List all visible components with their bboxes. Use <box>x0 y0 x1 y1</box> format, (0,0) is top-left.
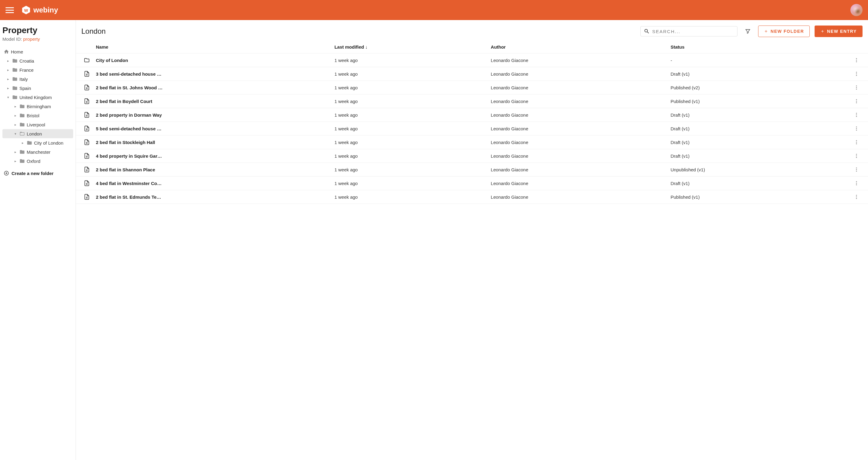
tree-item-france[interactable]: ▸France <box>2 65 73 75</box>
main: London NEW FOLDER NEW ENTRY Name Last mo <box>76 20 868 460</box>
row-modified: 1 week ago <box>335 181 487 186</box>
row-actions-button[interactable] <box>850 112 863 118</box>
row-author: Leonardo Giacone <box>491 112 667 118</box>
tree-item-manchester[interactable]: ▸Manchester <box>2 147 73 156</box>
svg-text:w: w <box>24 8 28 13</box>
new-folder-button[interactable]: NEW FOLDER <box>758 26 810 37</box>
create-folder-label: Create a new folder <box>11 171 54 176</box>
table-row[interactable]: 2 bed flat in Stockleigh Hall1 week agoL… <box>76 136 868 149</box>
tree-home-label: Home <box>11 49 72 54</box>
svg-point-17 <box>856 116 857 117</box>
folder-icon <box>12 58 18 63</box>
row-actions-button[interactable] <box>850 194 863 200</box>
tree-item-croatia[interactable]: ▸Croatia <box>2 56 73 65</box>
table-row[interactable]: 2 bed flat in St. Johns Wood …1 week ago… <box>76 81 868 94</box>
row-modified: 1 week ago <box>335 71 487 77</box>
topbar-left: w webiny <box>5 5 58 15</box>
table-row[interactable]: 4 bed property in Squire Gar…1 week agoL… <box>76 149 868 163</box>
tree-item-city-of-london[interactable]: ▸City of London <box>2 138 73 147</box>
tree-item-label: Liverpool <box>27 122 72 127</box>
table-row[interactable]: 2 bed flat in Boydell Court1 week agoLeo… <box>76 94 868 108</box>
tree-home[interactable]: Home <box>2 47 73 56</box>
table-row[interactable]: 2 bed flat in St. Edmunds Te…1 week agoL… <box>76 190 868 204</box>
table-row[interactable]: City of London1 week agoLeonardo Giacone… <box>76 54 868 67</box>
tree-item-birmingham[interactable]: ▸Birmingham <box>2 102 73 111</box>
row-status: Unpublished (v1) <box>671 167 847 172</box>
model-id-link[interactable]: property <box>23 36 40 41</box>
folder-icon <box>20 131 25 137</box>
table-row[interactable]: 3 bed semi-detached house …1 week agoLeo… <box>76 67 868 81</box>
row-modified: 1 week ago <box>335 126 487 131</box>
model-id-label: Model ID: <box>2 36 23 41</box>
brand-logo[interactable]: w webiny <box>21 5 58 15</box>
col-name[interactable]: Name <box>96 45 331 50</box>
row-actions-button[interactable] <box>850 140 863 145</box>
sidebar-title: Property <box>2 26 73 35</box>
col-author[interactable]: Author <box>491 45 667 50</box>
svg-point-29 <box>856 171 857 172</box>
folder-icon <box>12 67 18 73</box>
row-author: Leonardo Giacone <box>491 126 667 131</box>
folder-icon <box>81 57 92 63</box>
tree-item-united-kingdom[interactable]: ▾United Kingdom <box>2 93 73 102</box>
tree-item-london[interactable]: ▾London <box>2 129 73 138</box>
row-actions-button[interactable] <box>850 71 863 77</box>
row-name: 2 bed flat in Shannon Place <box>96 167 331 172</box>
tree-item-italy[interactable]: ▸Italy <box>2 75 73 84</box>
svg-point-28 <box>856 169 857 170</box>
filter-button[interactable] <box>742 26 753 37</box>
svg-point-14 <box>856 103 857 103</box>
tree-item-label: Bristol <box>27 113 72 118</box>
row-name: 2 bed flat in Boydell Court <box>96 99 331 104</box>
row-name: 4 bed flat in Westminster Co… <box>96 181 331 186</box>
svg-point-4 <box>856 60 857 61</box>
svg-point-32 <box>856 184 857 185</box>
row-author: Leonardo Giacone <box>491 181 667 186</box>
row-author: Leonardo Giacone <box>491 140 667 145</box>
tree-item-oxford[interactable]: ▸Oxford <box>2 156 73 166</box>
row-modified: 1 week ago <box>335 140 487 145</box>
row-status: Draft (v1) <box>671 181 847 186</box>
chevron-right-icon: ▸ <box>6 86 10 90</box>
table-row[interactable]: 2 bed flat in Shannon Place1 week agoLeo… <box>76 163 868 176</box>
table-row[interactable]: 5 bed semi-detached house …1 week agoLeo… <box>76 122 868 136</box>
new-entry-button[interactable]: NEW ENTRY <box>814 26 863 37</box>
table-row[interactable]: 4 bed flat in Westminster Co…1 week agoL… <box>76 176 868 190</box>
row-actions-button[interactable] <box>850 126 863 131</box>
row-actions-button[interactable] <box>850 85 863 90</box>
plus-circle-icon <box>4 170 9 176</box>
col-modified[interactable]: Last modified↓ <box>335 45 487 50</box>
svg-point-19 <box>856 128 857 129</box>
row-actions-button[interactable] <box>850 98 863 104</box>
search-box[interactable] <box>640 26 738 36</box>
chevron-right-icon: ▸ <box>13 105 18 109</box>
folder-icon <box>20 113 25 118</box>
svg-point-31 <box>856 183 857 184</box>
chevron-right-icon: ▸ <box>13 150 18 154</box>
tree-item-liverpool[interactable]: ▸Liverpool <box>2 120 73 129</box>
col-status[interactable]: Status <box>671 45 847 50</box>
chevron-down-icon: ▾ <box>6 95 10 99</box>
tree-item-label: Spain <box>20 86 72 91</box>
row-actions-button[interactable] <box>850 57 863 63</box>
document-icon <box>81 194 92 200</box>
svg-point-5 <box>856 61 857 62</box>
create-folder-button[interactable]: Create a new folder <box>2 167 73 179</box>
row-actions-button[interactable] <box>850 167 863 172</box>
chevron-right-icon: ▸ <box>21 141 25 145</box>
svg-point-3 <box>856 58 857 59</box>
tree-item-spain[interactable]: ▸Spain <box>2 84 73 93</box>
svg-point-6 <box>856 72 857 73</box>
menu-toggle[interactable] <box>5 6 14 14</box>
table-row[interactable]: 2 bed property in Dorman Way1 week agoLe… <box>76 108 868 122</box>
plus-icon <box>764 29 768 33</box>
folder-icon <box>12 85 18 91</box>
svg-point-16 <box>856 115 857 115</box>
row-actions-button[interactable] <box>850 153 863 159</box>
row-name: 3 bed semi-detached house … <box>96 71 331 77</box>
search-input[interactable] <box>652 29 734 34</box>
tree-item-bristol[interactable]: ▸Bristol <box>2 111 73 120</box>
row-actions-button[interactable] <box>850 180 863 186</box>
document-icon <box>81 84 92 90</box>
user-avatar[interactable] <box>850 4 863 16</box>
